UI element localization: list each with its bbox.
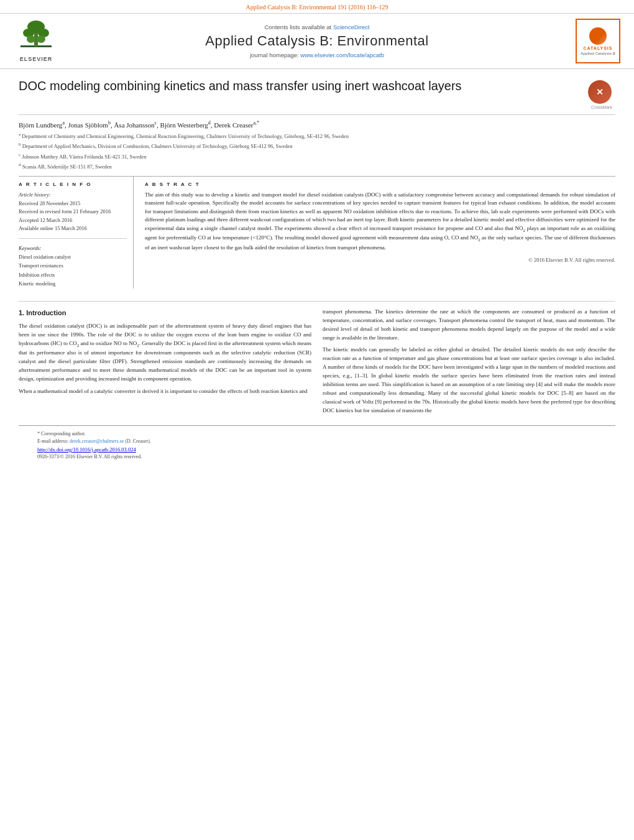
crossmark-box: ✕ CrossMark <box>588 80 615 109</box>
keywords-label: Keywords: <box>19 245 127 251</box>
article-history: Article history: Received 28 November 20… <box>19 191 127 239</box>
affil-d: Scania AB, Södertälje SE-151 87, Sweden <box>22 164 112 170</box>
article-title: DOC modeling combining kinetics and mass… <box>19 78 581 94</box>
affiliations: a Department of Chemistry and Chemical E… <box>19 131 615 171</box>
homepage-link[interactable]: www.elsevier.com/locate/apcatb <box>300 52 384 58</box>
catalysis-logo-box: CATALYSIS Applied Catalysis B <box>576 19 620 63</box>
catalysis-logo-circle <box>589 27 607 45</box>
article-info-header: A R T I C L E I N F O <box>19 182 127 187</box>
contents-line: Contents lists available at ScienceDirec… <box>68 24 566 30</box>
body-col-right: transport phenomena. The kinetics determ… <box>323 308 615 419</box>
intro-heading: 1. Introduction <box>19 308 311 318</box>
top-journal-link: Applied Catalysis B: Environmental 191 (… <box>0 0 634 13</box>
journal-volume-text: Applied Catalysis B: Environmental 191 (… <box>246 4 388 11</box>
author-email[interactable]: derek.creaser@chalmers.se <box>70 438 124 444</box>
email-label: E-mail address: <box>37 438 68 444</box>
elsevier-logo: ELSEVIER <box>11 21 61 62</box>
info-abstract-section: A R T I C L E I N F O Article history: R… <box>19 176 615 288</box>
elsevier-label: ELSEVIER <box>20 56 53 62</box>
history-label: Article history: <box>19 191 127 200</box>
keyword-1: Diesel oxidation catalyst <box>19 252 127 261</box>
abstract-header: A B S T R A C T <box>145 182 615 187</box>
affil-a: Department of Chemistry and Chemical Eng… <box>22 132 349 139</box>
article-content: DOC modeling combining kinetics and mass… <box>0 69 634 295</box>
journal-title-block: Contents lists available at ScienceDirec… <box>68 24 566 58</box>
page: Applied Catalysis B: Environmental 191 (… <box>0 0 634 840</box>
available-online-date: Available online 15 March 2016 <box>19 224 127 233</box>
abstract-col: A B S T R A C T The aim of this study wa… <box>145 177 615 288</box>
keywords-section: Keywords: Diesel oxidation catalyst Tran… <box>19 245 127 288</box>
corresponding-label: * Corresponding author. <box>37 431 86 436</box>
keyword-4: Kinetic modeling <box>19 279 127 288</box>
email-line: E-mail address: derek.creaser@chalmers.s… <box>37 438 597 444</box>
issn-line: 0926-3373/© 2016 Elsevier B.V. All right… <box>37 454 597 459</box>
email-after: (D. Creaser). <box>125 438 151 444</box>
article-info-col: A R T I C L E I N F O Article history: R… <box>19 177 134 288</box>
doi-link[interactable]: http://dx.doi.org/10.1016/j.apcatb.2016.… <box>37 446 136 453</box>
accepted-date: Accepted 12 March 2016 <box>19 216 127 225</box>
authors-line: Björn Lundberga, Jonas Sjöblomb, Åsa Joh… <box>19 120 615 129</box>
body-text: 1. Introduction The diesel oxidation cat… <box>0 308 634 419</box>
article-title-text: DOC modeling combining kinetics and mass… <box>19 78 581 94</box>
sciencedirect-link[interactable]: ScienceDirect <box>333 24 370 30</box>
article-footer: * Corresponding author. E-mail address: … <box>19 425 615 463</box>
body-right-p1: transport phenomena. The kinetics determ… <box>323 308 615 343</box>
svg-point-5 <box>27 35 35 43</box>
body-col-left: 1. Introduction The diesel oxidation cat… <box>19 308 311 419</box>
crossmark-label: CrossMark <box>588 105 615 109</box>
affil-c: Johnson Matthey AB, Västra Frölunda SE-4… <box>22 154 146 160</box>
intro-p1: The diesel oxidation catalyst (DOC) is a… <box>19 322 311 384</box>
section-divider <box>19 301 615 302</box>
keyword-3: Inhibition effects <box>19 270 127 279</box>
affil-b: Department of Applied Mechanics, Divisio… <box>22 143 293 149</box>
intro-p2: When a mathematical model of a catalytic… <box>19 387 311 396</box>
journal-header: ELSEVIER Contents lists available at Sci… <box>0 13 634 69</box>
copyright-line: © 2016 Elsevier B.V. All rights reserved… <box>145 257 615 263</box>
catalysis-logo-subtext: Applied Catalysis B <box>581 52 615 55</box>
doi-line: http://dx.doi.org/10.1016/j.apcatb.2016.… <box>37 446 597 453</box>
abstract-text: The aim of this study was to develop a k… <box>145 191 615 252</box>
crossmark-icon: ✕ <box>588 80 612 104</box>
contents-label: Contents lists available at <box>265 24 332 30</box>
catalysis-logo-text: CATALYSIS <box>584 46 613 50</box>
homepage-line: journal homepage: www.elsevier.com/locat… <box>68 52 566 58</box>
corresponding-author-note: * Corresponding author. <box>37 431 597 436</box>
catalysis-logo: CATALYSIS Applied Catalysis B <box>573 19 623 63</box>
journal-name: Applied Catalysis B: Environmental <box>68 33 566 49</box>
keywords-list: Diesel oxidation catalyst Transport resi… <box>19 252 127 288</box>
elsevier-tree-icon <box>17 21 55 55</box>
received-date: Received 28 November 2015 <box>19 200 127 208</box>
keyword-2: Transport resistances <box>19 261 127 270</box>
article-title-section: DOC modeling combining kinetics and mass… <box>19 78 615 115</box>
body-right-p2: The kinetic models can generally be labe… <box>323 346 615 415</box>
homepage-label: journal homepage: <box>250 52 299 58</box>
received-revised-date: Received in revised form 21 February 201… <box>19 208 127 216</box>
svg-point-6 <box>37 35 45 43</box>
